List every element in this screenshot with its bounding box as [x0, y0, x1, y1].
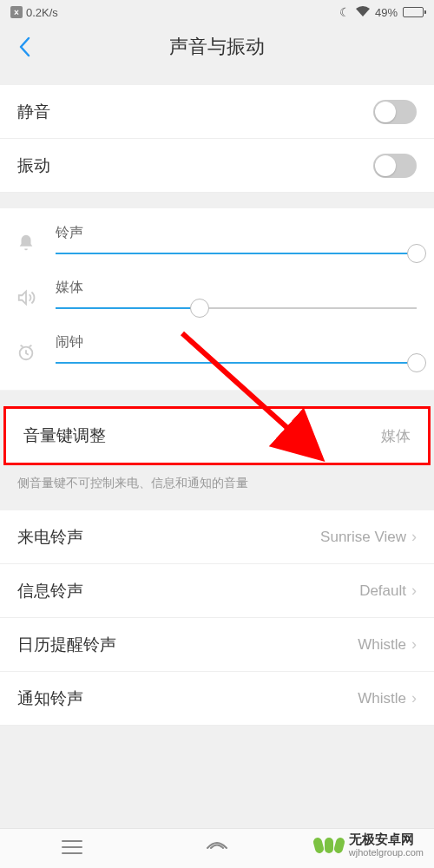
chevron-right-icon: › [411, 582, 417, 600]
message-ringtone-value: Default [359, 582, 406, 600]
bell-icon [14, 227, 38, 259]
incoming-ringtone-label: 来电铃声 [17, 526, 83, 549]
home-icon[interactable] [206, 838, 228, 860]
battery-pct: 49% [375, 6, 398, 19]
alarm-slider[interactable] [56, 362, 417, 364]
calendar-ringtone-value: Whistle [358, 636, 406, 654]
ringtone-slider-label: 铃声 [56, 224, 417, 242]
vibrate-toggle[interactable] [373, 154, 417, 178]
chevron-right-icon: › [411, 689, 417, 707]
battery-icon [403, 7, 424, 17]
notification-ringtone-row[interactable]: 通知铃声 Whistle› [0, 672, 434, 726]
ringtone-slider-row: 铃声 [14, 217, 417, 272]
page-title: 声音与振动 [169, 34, 265, 60]
silent-row[interactable]: 静音 [0, 85, 434, 139]
highlight-annotation: 音量键调整 媒体 [3, 406, 431, 465]
ringtone-group: 来电铃声 Sunrise View› 信息铃声 Default› 日历提醒铃声 … [0, 510, 434, 726]
alarm-slider-row: 闹钟 [14, 326, 417, 381]
menu-icon[interactable] [61, 838, 83, 860]
vibrate-row[interactable]: 振动 [0, 139, 434, 193]
incoming-ringtone-value: Sunrise View [320, 529, 406, 546]
ringtone-slider[interactable] [56, 253, 417, 254]
vibrate-label: 振动 [17, 155, 50, 177]
volume-key-row[interactable]: 音量键调整 媒体 [6, 409, 428, 463]
speaker-icon [14, 282, 38, 313]
volume-key-label: 音量键调整 [23, 424, 106, 447]
silent-toggle[interactable] [373, 100, 417, 124]
slider-group: 铃声 媒体 闹钟 [0, 208, 434, 391]
toggle-group: 静音 振动 [0, 85, 434, 193]
chevron-right-icon: › [411, 635, 417, 654]
notification-ringtone-label: 通知铃声 [17, 687, 83, 710]
nav-bar: 声音与振动 [0, 24, 434, 69]
media-slider-label: 媒体 [56, 279, 417, 297]
watermark-logo-icon [314, 838, 344, 853]
alarm-slider-label: 闹钟 [56, 333, 417, 352]
clock-icon [14, 337, 38, 368]
wifi-icon [356, 6, 370, 19]
media-slider[interactable] [56, 307, 417, 309]
back-button[interactable] [10, 33, 38, 61]
message-ringtone-row[interactable]: 信息铃声 Default› [0, 564, 434, 618]
volume-key-value: 媒体 [381, 426, 411, 446]
incoming-ringtone-row[interactable]: 来电铃声 Sunrise View› [0, 510, 434, 564]
watermark-title: 无极安卓网 [349, 832, 424, 847]
volume-key-footnote: 侧音量键不可控制来电、信息和通知的音量 [0, 465, 434, 502]
media-slider-row: 媒体 [14, 272, 417, 326]
dnd-icon [339, 5, 351, 19]
net-speed: 0.2K/s [26, 6, 58, 19]
message-ringtone-label: 信息铃声 [17, 580, 83, 602]
notification-ringtone-value: Whistle [358, 690, 406, 707]
close-ad-icon: × [10, 6, 23, 18]
chevron-right-icon: › [411, 528, 417, 546]
watermark-url: wjhotelgroup.com [349, 847, 424, 858]
calendar-ringtone-label: 日历提醒铃声 [17, 634, 116, 656]
calendar-ringtone-row[interactable]: 日历提醒铃声 Whistle› [0, 618, 434, 672]
status-bar: × 0.2K/s 49% [0, 0, 434, 24]
silent-label: 静音 [17, 101, 50, 123]
watermark: 无极安卓网 wjhotelgroup.com [314, 832, 424, 858]
